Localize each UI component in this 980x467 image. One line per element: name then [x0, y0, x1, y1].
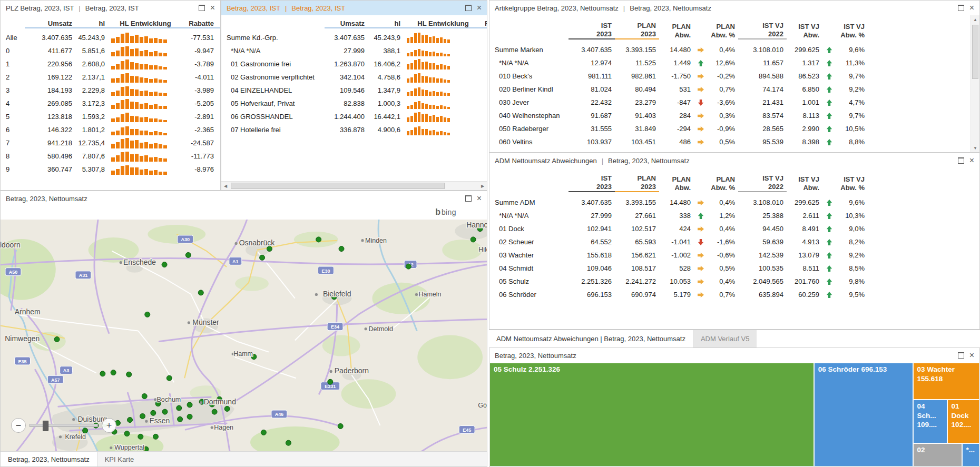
map-data-point[interactable] — [138, 434, 143, 439]
map-data-point[interactable] — [261, 430, 266, 435]
table-row[interactable]: 05 Hofverkauf, Privat82.8381.000,3 — [221, 96, 487, 109]
horizontal-scrollbar[interactable]: ◀ ▶ — [221, 181, 487, 190]
table-row[interactable]: 02 Gastronomie verpflichtet342.1044.758,… — [221, 69, 487, 83]
maximize-icon[interactable] — [465, 5, 472, 11]
table-row[interactable]: 030 Jever22.43223.279-847-3,6%21.4311.00… — [489, 96, 979, 109]
map-data-point[interactable] — [185, 252, 191, 257]
close-icon[interactable]: × — [969, 156, 974, 165]
treemap-tile[interactable]: 04 Sch... 109.... — [913, 400, 947, 443]
zoom-out-button[interactable]: − — [11, 418, 26, 433]
close-icon[interactable]: × — [210, 4, 215, 12]
table-row[interactable]: Summe Marken3.407.6353.393.15514.4800,4%… — [489, 43, 979, 56]
table-row[interactable]: 06 Schröder696.153690.9745.1790,7%635.89… — [489, 288, 979, 301]
map-data-point[interactable] — [198, 290, 203, 295]
map-data-point[interactable] — [145, 312, 150, 317]
map[interactable]: A50A30A1E30A2A31E35A3A57E34E331A46E45Ape… — [1, 220, 487, 452]
map-data-point[interactable] — [54, 337, 60, 342]
table-row[interactable]: 9360.7475.307,8-8.976 — [1, 162, 220, 175]
table-row[interactable]: 04 Schmidt109.046108.5175280,5%100.5358.… — [489, 262, 979, 275]
map-data-point[interactable] — [153, 434, 158, 439]
zoom-slider-handle[interactable] — [43, 421, 48, 431]
scrollbar-thumb[interactable] — [231, 183, 445, 189]
table-row[interactable]: 3184.1932.229,8-3.989 — [1, 83, 220, 96]
maximize-icon[interactable] — [199, 5, 205, 11]
map-data-point[interactable] — [162, 262, 167, 267]
map-data-point[interactable] — [111, 370, 116, 375]
treemap-tile[interactable]: 05 Schulz 2.251.326 — [489, 363, 814, 466]
close-icon[interactable]: × — [969, 4, 974, 12]
map-data-point[interactable] — [140, 414, 145, 419]
table-row[interactable]: 0411.6775.851,6-9.947 — [1, 43, 220, 56]
map-data-point[interactable] — [187, 414, 192, 419]
table-row[interactable]: 4269.0853.172,3-5.205 — [1, 96, 220, 109]
map-data-point[interactable] — [286, 440, 291, 445]
table-row[interactable]: *N/A *N/A27.99927.6613381,2%25.3882.6111… — [489, 209, 979, 222]
table-row[interactable]: *N/A *N/A27.999388,1 — [221, 43, 487, 56]
table-row[interactable]: 060 Veltins103.937103.4514860,5%95.5398.… — [489, 135, 979, 148]
table-row[interactable]: 05 Schulz2.251.3262.241.27210.0530,4%2.0… — [489, 275, 979, 288]
table-row[interactable]: *N/A *N/A12.97411.5251.44912,6%11.6571.3… — [489, 56, 979, 69]
table-row[interactable]: 02 Scheuer64.55265.593-1.041-1,6%59.6394… — [489, 235, 979, 249]
map-data-point[interactable] — [100, 371, 105, 376]
map-data-point[interactable] — [128, 418, 133, 423]
map-data-point[interactable] — [316, 237, 321, 242]
maximize-icon[interactable] — [465, 195, 472, 202]
table-row[interactable]: 6146.3221.801,2-2.365 — [1, 122, 220, 135]
table-row[interactable]: 8580.4967.807,6-11.773 — [1, 148, 220, 162]
map-data-point[interactable] — [177, 405, 182, 411]
table-row[interactable]: 04 EINZELHANDEL109.5461.347,9 — [221, 83, 487, 96]
close-icon[interactable]: × — [477, 194, 482, 203]
table-row[interactable]: 050 Radeberger31.55531.849-294-0,9%28.56… — [489, 122, 979, 135]
vertical-scrollbar[interactable]: ▲ ▼ — [971, 15, 979, 152]
tab-betrag-nettoumsatz[interactable]: Betrag, 2023, Nettoumsatz — [1, 452, 97, 466]
table-row[interactable]: 010 Beck's981.111982.861-1.750-0,2%894.5… — [489, 69, 979, 83]
table-row[interactable]: 06 GROSSHANDEL1.244.40016.442,1 — [221, 109, 487, 122]
scrollbar-thumb[interactable] — [972, 25, 978, 79]
map-data-point[interactable] — [260, 255, 265, 260]
map-data-point[interactable] — [142, 394, 147, 399]
map-data-point[interactable] — [166, 375, 172, 381]
maximize-icon[interactable] — [958, 352, 964, 359]
maximize-icon[interactable] — [958, 157, 964, 164]
treemap-tile[interactable]: 06 Schröder 696.153 — [814, 363, 913, 466]
table-row[interactable]: 07 Hotellerie frei336.8784.900,6 — [221, 122, 487, 135]
treemap-tile[interactable]: 01 Dock 102.... — [947, 400, 979, 443]
map-data-point[interactable] — [471, 237, 476, 242]
table-row[interactable]: 5123.8181.593,2-2.891 — [1, 109, 220, 122]
scroll-left-arrow-icon[interactable]: ◀ — [221, 182, 230, 190]
maximize-icon[interactable] — [958, 5, 964, 11]
table-row[interactable]: 03 Wachter155.618156.621-1.002-0,6%142.5… — [489, 249, 979, 262]
map-data-point[interactable] — [406, 264, 411, 269]
map-data-point[interactable] — [212, 409, 217, 414]
treemap-tile[interactable]: *... — [962, 443, 979, 466]
close-icon[interactable]: × — [477, 4, 482, 12]
close-icon[interactable]: × — [969, 351, 974, 360]
map-data-point[interactable] — [126, 372, 132, 377]
scroll-right-arrow-icon[interactable]: ▶ — [478, 182, 487, 190]
map-data-point[interactable] — [224, 406, 230, 411]
table-row[interactable]: 01 Dock102.941102.5174240,4%94.4508.4919… — [489, 222, 979, 235]
zoom-slider[interactable] — [30, 424, 98, 427]
map-data-point[interactable] — [328, 379, 333, 384]
treemap-tile[interactable]: 02 — [913, 443, 962, 466]
table-row[interactable]: 01 Gastronomie frei1.263.87016.406,2 — [221, 56, 487, 69]
tab-adm-abweichungen[interactable]: ADM Nettoumsatz Abweichungen | Betrag, 2… — [489, 330, 693, 347]
tab-adm-verlauf[interactable]: ADM Verlauf V5 — [693, 330, 757, 347]
table-row[interactable]: 020 Berliner Kindl81.02480.4945310,7%74.… — [489, 83, 979, 96]
map-data-point[interactable] — [339, 246, 344, 252]
zoom-in-button[interactable]: + — [102, 418, 116, 433]
table-row[interactable]: 7941.21812.735,4-24.587 — [1, 135, 220, 148]
tab-kpi-karte[interactable]: KPI Karte — [97, 452, 142, 466]
map-canvas[interactable]: A50A30A1E30A2A31E35A3A57E34E331A46E45Ape… — [1, 220, 487, 452]
scroll-up-arrow-icon[interactable]: ▲ — [971, 15, 979, 24]
map-data-point[interactable] — [338, 424, 343, 429]
table-row[interactable]: 2169.1222.137,1-4.011 — [1, 69, 220, 83]
table-row[interactable]: Summe ADM3.407.6353.393.15514.4800,4%3.1… — [489, 196, 979, 209]
map-data-point[interactable] — [178, 416, 183, 422]
map-data-point[interactable] — [187, 402, 192, 408]
table-row[interactable]: 040 Weihenstephan91.68791.4032840,3%83.5… — [489, 109, 979, 122]
scroll-down-arrow-icon[interactable]: ▼ — [971, 144, 979, 152]
treemap-tile[interactable]: 03 Wachter 155.618 — [913, 363, 979, 400]
table-row[interactable]: Summe Kd.-Grp.3.407.63545.243,9 — [221, 30, 487, 43]
map-data-point[interactable] — [162, 409, 168, 414]
